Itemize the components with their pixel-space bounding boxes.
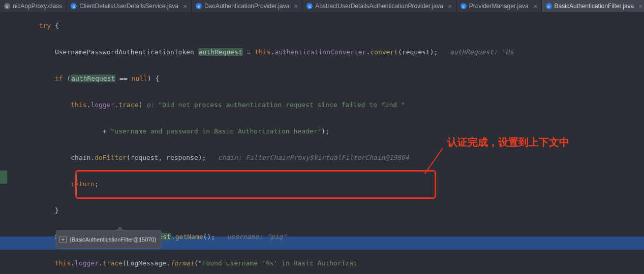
close-icon[interactable]: ✕ bbox=[638, 4, 642, 9]
java-icon: c bbox=[461, 3, 467, 9]
code-editor[interactable]: try { UsernamePasswordAuthenticationToke… bbox=[0, 12, 644, 274]
tab-providermanager[interactable]: c ProviderManager.java ✕ bbox=[456, 0, 542, 12]
tooltip-text: {BasicAuthenticationFilter@15070} bbox=[70, 233, 156, 246]
java-icon: c bbox=[71, 3, 77, 9]
tab-basicauth[interactable]: c BasicAuthenticationFilter.java ✕ bbox=[542, 0, 644, 12]
java-icon: c bbox=[546, 3, 552, 9]
tab-abstractuser[interactable]: c AbstractUserDetailsAuthenticationProvi… bbox=[302, 0, 456, 12]
gutter-highlight bbox=[0, 170, 7, 184]
tab-label: BasicAuthenticationFilter.java bbox=[555, 3, 634, 10]
close-icon[interactable]: ✕ bbox=[294, 4, 298, 9]
tab-label: AbstractUserDetailsAuthenticationProvide… bbox=[315, 3, 443, 10]
tab-aopproxy[interactable]: c nicAopProxy.class bbox=[0, 0, 67, 12]
close-icon[interactable]: ✕ bbox=[448, 4, 452, 9]
tab-label: ProviderManager.java bbox=[469, 3, 529, 10]
tab-label: ClientDetailsUserDetailsService.java bbox=[79, 3, 178, 10]
tab-bar: c nicAopProxy.class c ClientDetailsUserD… bbox=[0, 0, 644, 12]
close-icon[interactable]: ✕ bbox=[533, 4, 537, 9]
debug-tooltip[interactable]: + {BasicAuthenticationFilter@15070} bbox=[56, 230, 162, 249]
annotation-text: 认证完成，设置到上下文中 bbox=[447, 135, 569, 149]
tab-label: nicAopProxy.class bbox=[13, 3, 62, 10]
class-icon: c bbox=[4, 3, 10, 9]
tab-daoauth[interactable]: c DaoAuthenticationProvider.java ✕ bbox=[192, 0, 302, 12]
tab-clientdetails[interactable]: c ClientDetailsUserDetailsService.java ✕ bbox=[67, 0, 192, 12]
expand-icon[interactable]: + bbox=[59, 236, 67, 243]
tab-label: DaoAuthenticationProvider.java bbox=[204, 3, 289, 10]
close-icon[interactable]: ✕ bbox=[183, 4, 187, 9]
java-icon: c bbox=[306, 3, 313, 9]
java-icon: c bbox=[196, 3, 202, 9]
